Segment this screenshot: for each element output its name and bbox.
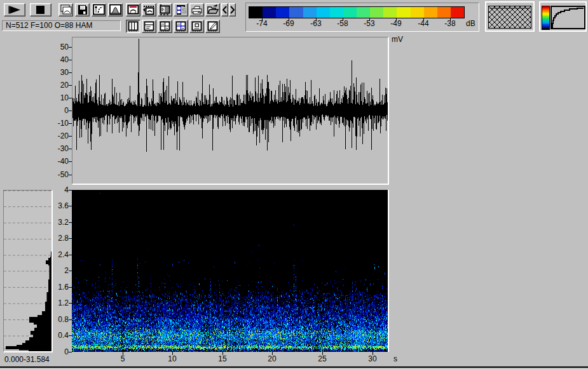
svg-text:S: S <box>182 7 186 15</box>
